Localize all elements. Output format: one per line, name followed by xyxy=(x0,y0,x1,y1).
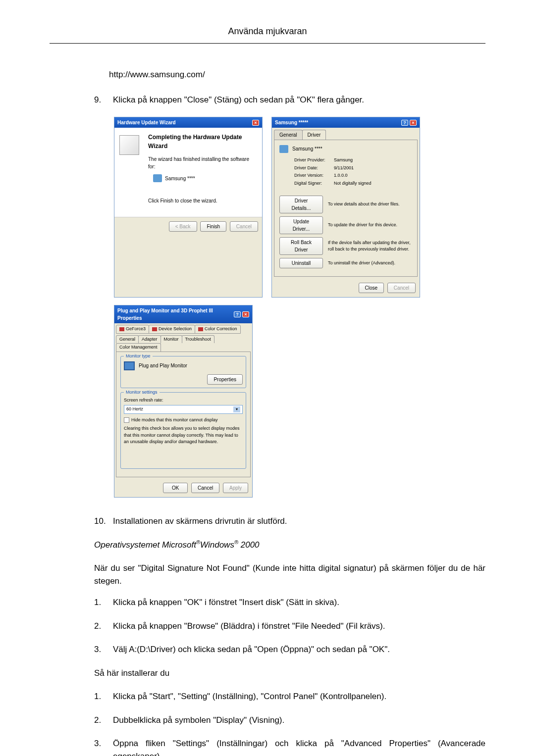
tab-general[interactable]: General xyxy=(116,335,139,344)
step-number: 10. xyxy=(94,515,113,528)
monitor-device-name: Plug and Play Monitor xyxy=(139,362,187,369)
ok-button[interactable]: OK xyxy=(163,483,188,493)
wizard-line1: The wizard has finished installing the s… xyxy=(148,155,257,170)
version-value: 1.0.0.0 xyxy=(334,172,348,179)
wizard-line2: Click Finish to close the wizard. xyxy=(148,197,257,204)
page-header: Använda mjukvaran xyxy=(50,25,485,38)
inst-step-1: 1. Klicka på "Start", "Setting" (Inställ… xyxy=(50,690,485,703)
nvidia-icon xyxy=(152,327,157,331)
step-number: 1. xyxy=(94,596,113,609)
step-text: Installationen av skärmens drivrutin är … xyxy=(113,515,485,528)
monitor-title: Plug and Play Monitor and 3D Prophet III… xyxy=(117,307,234,322)
rollback-driver-desc: If the device fails after updating the d… xyxy=(328,240,412,253)
step-number: 2. xyxy=(94,714,113,727)
close-icon[interactable]: × xyxy=(242,311,249,317)
cancel-button[interactable]: Cancel xyxy=(191,483,219,493)
tab-geforce[interactable]: GeForce3 xyxy=(116,325,149,334)
dsig-step-1: 1. Klicka på knappen "OK" i fönstret "In… xyxy=(50,596,485,609)
driver-details-desc: To view details about the driver files. xyxy=(328,201,412,208)
properties-button[interactable]: Properties xyxy=(207,374,243,385)
step-text: Klicka på knappen "Close" (Stäng) och se… xyxy=(113,94,485,106)
cancel-button: Cancel xyxy=(387,283,416,293)
version-label: Driver Version: xyxy=(294,172,334,179)
driver-properties-dialog: Samsung ***** ? × General Driver Samsung… xyxy=(271,117,420,298)
driver-details-button[interactable]: Driver Details... xyxy=(279,196,323,213)
wizard-device-name: Samsung **** xyxy=(165,175,195,182)
update-driver-button[interactable]: Update Driver... xyxy=(279,216,323,234)
hide-modes-checkbox[interactable] xyxy=(124,417,129,423)
monitor-device-icon xyxy=(153,174,162,182)
monitor-icon xyxy=(124,361,135,370)
date-value: 9/11/2001 xyxy=(334,165,354,172)
os-heading: Operativsystemet Microsoft®Windows® 2000 xyxy=(94,538,485,551)
refresh-rate-value: 60 Hertz xyxy=(126,406,143,413)
step-text: Klicka på knappen "Browse" (Bläddra) i f… xyxy=(113,620,485,633)
monitor-settings-group: Monitor settings xyxy=(124,389,160,396)
cancel-button: Cancel xyxy=(230,221,258,232)
step-number: 9. xyxy=(94,94,113,106)
back-button: < Back xyxy=(169,221,197,232)
hide-modes-desc: Clearing this check box allows you to se… xyxy=(124,425,243,446)
help-icon[interactable]: ? xyxy=(401,120,408,126)
close-icon[interactable]: × xyxy=(410,120,417,126)
driver-titlebar: Samsung ***** ? × xyxy=(272,117,420,128)
wizard-hero-icon xyxy=(119,135,139,155)
step-text: Öppna fliken "Settings" (Inställningar) … xyxy=(113,737,485,756)
step-10: 10. Installationen av skärmens drivrutin… xyxy=(50,515,485,528)
digital-signature-intro: När du ser "Digital Signature Not Found"… xyxy=(94,562,485,587)
close-icon[interactable]: × xyxy=(252,120,259,126)
nvidia-icon xyxy=(119,327,124,331)
monitor-titlebar: Plug and Play Monitor and 3D Prophet III… xyxy=(114,305,252,323)
refresh-rate-label: Screen refresh rate: xyxy=(124,397,243,404)
update-driver-desc: To update the driver for this device. xyxy=(328,222,412,229)
hide-modes-label: Hide modes that this monitor cannot disp… xyxy=(131,417,218,424)
refresh-rate-select[interactable]: 60 Hertz ▾ xyxy=(124,405,243,414)
tab-color-correction[interactable]: Color Correction xyxy=(195,325,241,334)
driver-device-name: Samsung **** xyxy=(292,145,322,152)
driver-title: Samsung ***** xyxy=(275,119,308,126)
tab-device-selection[interactable]: Device Selection xyxy=(149,325,195,334)
step-text: Klicka på "Start", "Setting" (Inställnin… xyxy=(113,690,485,703)
tab-driver[interactable]: Driver xyxy=(302,130,326,140)
dsig-step-2: 2. Klicka på knappen "Browse" (Bläddra) … xyxy=(50,620,485,633)
provider-label: Driver Provider: xyxy=(294,157,334,164)
finish-button[interactable]: Finish xyxy=(200,221,226,232)
step-text: Dubbelklicka på symbolen "Display" (Visn… xyxy=(113,714,485,727)
uninstall-desc: To uninstall the driver (Advanced). xyxy=(328,260,412,267)
wizard-heading: Completing the Hardware Update Wizard xyxy=(148,133,257,151)
monitor-device-icon xyxy=(279,145,288,153)
inst-step-2: 2. Dubbelklicka på symbolen "Display" (V… xyxy=(50,714,485,727)
step-text: Välj A:(D:\Driver) och klicka sedan på "… xyxy=(113,643,485,656)
screenshots: Hardware Update Wizard × Completing the … xyxy=(114,117,485,498)
wizard-title: Hardware Update Wizard xyxy=(117,119,176,126)
step-number: 3. xyxy=(94,737,113,756)
step-number: 2. xyxy=(94,620,113,633)
install-heading: Så här installerar du xyxy=(94,667,485,680)
inst-step-3: 3. Öppna fliken "Settings" (Inställninga… xyxy=(50,737,485,756)
monitor-type-group: Monitor type xyxy=(124,353,153,360)
tab-color-management[interactable]: Color Management xyxy=(116,343,161,352)
wizard-dialog: Hardware Update Wizard × Completing the … xyxy=(114,117,263,298)
step-9: 9. Klicka på knappen "Close" (Stäng) och… xyxy=(50,94,485,106)
date-label: Driver Date: xyxy=(294,165,334,172)
uninstall-button[interactable]: Uninstall xyxy=(279,258,323,268)
nvidia-icon xyxy=(198,327,203,331)
close-button[interactable]: Close xyxy=(359,283,384,293)
apply-button: Apply xyxy=(223,483,248,493)
tab-general[interactable]: General xyxy=(274,130,303,140)
tab-monitor[interactable]: Monitor xyxy=(160,335,182,344)
step-number: 1. xyxy=(94,690,113,703)
chevron-down-icon: ▾ xyxy=(233,406,240,412)
step-text: Klicka på knappen "OK" i fönstret "Inser… xyxy=(113,596,485,609)
help-icon[interactable]: ? xyxy=(234,311,241,317)
monitor-properties-dialog: Plug and Play Monitor and 3D Prophet III… xyxy=(114,305,253,498)
dsig-step-3: 3. Välj A:(D:\Driver) och klicka sedan p… xyxy=(50,643,485,656)
wizard-titlebar: Hardware Update Wizard × xyxy=(114,117,262,128)
tab-troubleshoot[interactable]: Troubleshoot xyxy=(182,335,214,344)
rollback-driver-button[interactable]: Roll Back Driver xyxy=(279,237,323,255)
signer-label: Digital Signer: xyxy=(294,180,334,187)
step-number: 3. xyxy=(94,643,113,656)
url-text: http://www.samsung.com/ xyxy=(109,68,485,81)
tab-adapter[interactable]: Adapter xyxy=(138,335,161,344)
header-rule xyxy=(50,43,485,44)
